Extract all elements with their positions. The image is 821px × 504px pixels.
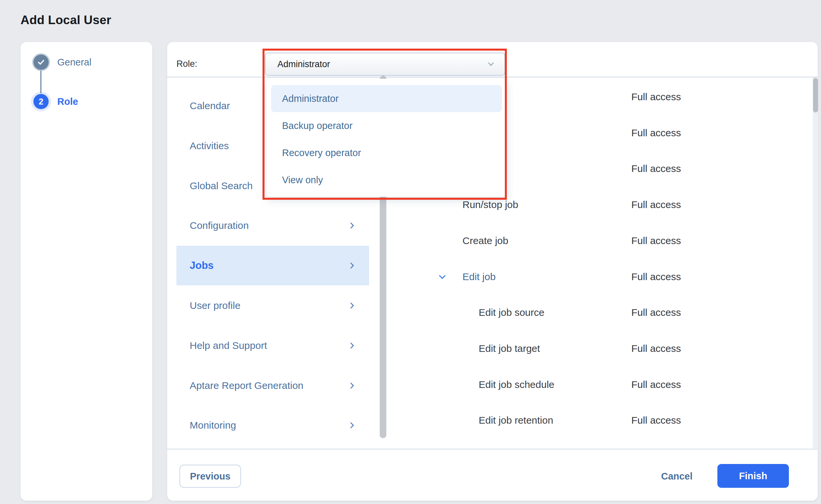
permission-access-value: Full access [631,79,681,115]
role-option-view-only[interactable]: View only [271,166,502,193]
permission-access-value: Full access [631,187,681,223]
menu-item-jobs[interactable]: Jobs [167,246,379,285]
permission-label: Edit job target [479,330,540,366]
menu-item-label: Activities [190,140,229,151]
menu-item-label: Aptare Report Generation [190,380,304,391]
permission-row-edit-job-schedule[interactable]: Edit job scheduleFull access [387,366,814,402]
menu-item-help-and-support[interactable]: Help and Support [167,326,379,365]
permission-access-value: Full access [631,151,681,187]
check-icon [36,58,46,67]
menu-item-label: Calendar [190,100,230,111]
permission-access-value: Full access [631,223,681,259]
menu-item-label: Global Search [190,180,253,191]
chevron-right-icon [348,381,356,390]
role-option-administrator[interactable]: Administrator [271,85,502,112]
chevron-right-icon [348,421,356,430]
step-role-number[interactable]: 2 [33,94,49,109]
footer-divider [167,449,818,449]
permission-label: Edit job [462,259,496,295]
menu-item-user-profile[interactable]: User profile [167,286,379,325]
role-select-value: Administrator [278,59,330,69]
permission-row-create-job[interactable]: Create jobFull access [387,223,814,259]
chevron-down-icon [486,59,496,69]
chevron-down-icon[interactable] [438,272,447,281]
step-general-label[interactable]: General [57,55,91,70]
role-dropdown-menu: AdministratorBackup operatorRecovery ope… [267,79,506,197]
permission-label: Edit job retention [479,402,553,439]
menu-item-configuration[interactable]: Configuration [167,206,379,245]
menu-item-aptare-report-generation[interactable]: Aptare Report Generation [167,366,379,405]
panel-scrollbar-thumb[interactable] [813,78,818,112]
role-option-backup-operator[interactable]: Backup operator [271,112,502,139]
menu-item-monitoring[interactable]: Monitoring [167,405,379,445]
permission-label: Edit job source [479,295,544,331]
step-general-check-icon[interactable] [33,55,49,70]
role-field-label: Role: [176,59,197,69]
permission-access-value: Full access [631,330,681,366]
role-option-label: Administrator [282,93,339,104]
finish-button[interactable]: Finish [717,464,789,488]
chevron-right-icon [348,301,356,310]
menu-item-label: Configuration [190,220,249,231]
previous-button[interactable]: Previous [179,465,241,488]
permission-row-edit-job-retention[interactable]: Edit job retentionFull access [387,402,814,439]
add-local-user-dialog: Add Local User General 2 Role Role: Cale… [0,0,821,504]
permission-access-value: Full access [631,402,681,439]
permission-row-edit-job-source[interactable]: Edit job sourceFull access [387,295,814,331]
step-role-label[interactable]: Role [57,94,78,109]
permission-access-value: Full access [631,115,681,151]
role-option-label: Recovery operator [282,147,361,158]
stepper-panel [21,42,152,501]
chevron-right-icon [348,221,356,230]
panel-scrollbar-track[interactable] [813,77,818,448]
menu-item-label: Monitoring [190,420,236,431]
role-option-recovery-operator[interactable]: Recovery operator [271,139,502,166]
permission-row-edit-job[interactable]: Edit jobFull access [387,259,814,295]
chevron-right-icon [348,261,356,270]
page-title: Add Local User [21,13,111,27]
stepper-connector [40,71,41,93]
role-select[interactable]: Administrator [265,53,505,76]
role-option-label: View only [282,175,323,186]
menu-item-label: User profile [190,300,240,311]
chevron-right-icon [348,341,356,350]
header-divider [167,77,818,77]
permission-row-edit-job-target[interactable]: Edit job targetFull access [387,330,814,366]
permission-access-value: Full access [631,259,681,295]
menu-item-label: Jobs [190,260,214,272]
permission-access-value: Full access [631,295,681,331]
menu-item-label: Help and Support [190,340,267,351]
permission-access-value: Full access [631,366,681,402]
cancel-button[interactable]: Cancel [650,465,704,488]
permission-label: Create job [462,223,508,259]
role-option-label: Backup operator [282,120,353,131]
permission-label: Edit job schedule [479,366,554,402]
